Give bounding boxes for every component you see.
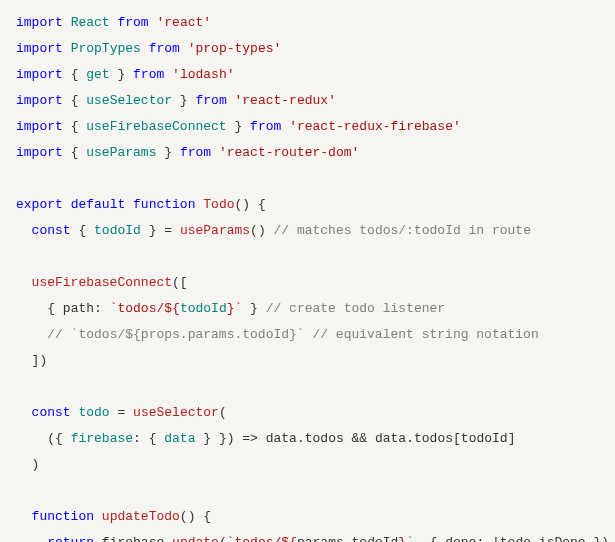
keyword-function: function [133,197,195,212]
call-useparams: useParams [180,223,250,238]
keyword-from: from [180,145,211,160]
keyword-from: from [195,93,226,108]
identifier-react: React [71,15,110,30]
comment-equiv: // `todos/${props.params.todoId}` // equ… [47,327,538,342]
call-usefirebaseconnect: useFirebaseConnect [32,275,172,290]
comment-route: // matches todos/:todoId in route [274,223,531,238]
keyword-const: const [32,223,71,238]
code-line-blank [16,166,599,192]
call-update: update [172,535,219,542]
keyword-import: import [16,119,63,134]
prop-done: done [445,535,476,542]
keyword-import: import [16,15,63,30]
code-line-20: function updateTodo() { [16,504,599,530]
code-line-21: return firebase.update(`todos/${params.t… [16,530,599,542]
identifier-data: data [164,431,195,446]
prop-todos: todos [305,431,344,446]
code-line-5: import { useFirebaseConnect } from 'reac… [16,114,599,140]
identifier-todoid: todoId [94,223,141,238]
identifier-usefirebaseconnect: useFirebaseConnect [86,119,226,134]
code-line-9: const { todoId } = useParams() // matche… [16,218,599,244]
prop-todo: todo [500,535,531,542]
prop-isdone: isDone [539,535,586,542]
string-tpl2: }` [227,301,243,316]
code-line-13: // `todos/${props.params.todoId}` // equ… [16,322,599,348]
keyword-import: import [16,41,63,56]
code-line-17: ({ firebase: { data } }) => data.todos &… [16,426,599,452]
prop-todoid2: todoId [352,535,399,542]
code-line-2: import PropTypes from 'prop-types' [16,36,599,62]
prop-todoid: todoId [461,431,508,446]
prop-path: path [63,301,94,316]
code-line-11: useFirebaseConnect([ [16,270,599,296]
string-tpl1: `todos/${ [110,301,180,316]
code-line-12: { path: `todos/${todoId}` } // create to… [16,296,599,322]
identifier-useparams: useParams [86,145,156,160]
code-line-blank [16,244,599,270]
keyword-return: return [47,535,94,542]
identifier-firebase: firebase [71,431,133,446]
fn-name-todo: Todo [203,197,234,212]
string-proptypes: 'prop-types' [188,41,282,56]
keyword-import: import [16,93,63,108]
string-lodash: 'lodash' [172,67,234,82]
code-line-14: ]) [16,348,599,374]
string-rrd: 'react-router-dom' [219,145,359,160]
prop-todos2: todos [414,431,453,446]
identifier-get: get [86,67,109,82]
keyword-import: import [16,67,63,82]
keyword-import: import [16,145,63,160]
keyword-from: from [250,119,281,134]
keyword-function: function [32,509,94,524]
code-line-3: import { get } from 'lodash' [16,62,599,88]
keyword-from: from [149,41,180,56]
keyword-const: const [32,405,71,420]
keyword-export: export [16,197,63,212]
keyword-from: from [133,67,164,82]
identifier-useselector: useSelector [86,93,172,108]
call-useselector: useSelector [133,405,219,420]
code-line-18: ) [16,452,599,478]
identifier-todoid: todoId [180,301,227,316]
string-reactredux: 'react-redux' [235,93,336,108]
prop-params: params [297,535,344,542]
fn-name-updatetodo: updateTodo [102,509,180,524]
comment-listener: // create todo listener [266,301,445,316]
string-rrf: 'react-redux-firebase' [289,119,461,134]
code-line-blank [16,374,599,400]
identifier-proptypes: PropTypes [71,41,141,56]
prop-data: data [266,431,297,446]
string-tpl4: }` [398,535,414,542]
keyword-default: default [71,197,126,212]
identifier-todo: todo [78,405,109,420]
code-line-16: const todo = useSelector( [16,400,599,426]
close-bracket: ]) [32,353,48,368]
code-block: import React from 'react' import PropTyp… [16,10,599,542]
code-line-8: export default function Todo() { [16,192,599,218]
code-line-6: import { useParams } from 'react-router-… [16,140,599,166]
prop-firebase: firebase [102,535,164,542]
code-line-4: import { useSelector } from 'react-redux… [16,88,599,114]
keyword-from: from [117,15,148,30]
prop-data2: data [375,431,406,446]
string-react: 'react' [156,15,211,30]
string-tpl3: `todos/${ [227,535,297,542]
close-paren: ) [32,457,40,472]
code-line-blank [16,478,599,504]
code-line-1: import React from 'react' [16,10,599,36]
